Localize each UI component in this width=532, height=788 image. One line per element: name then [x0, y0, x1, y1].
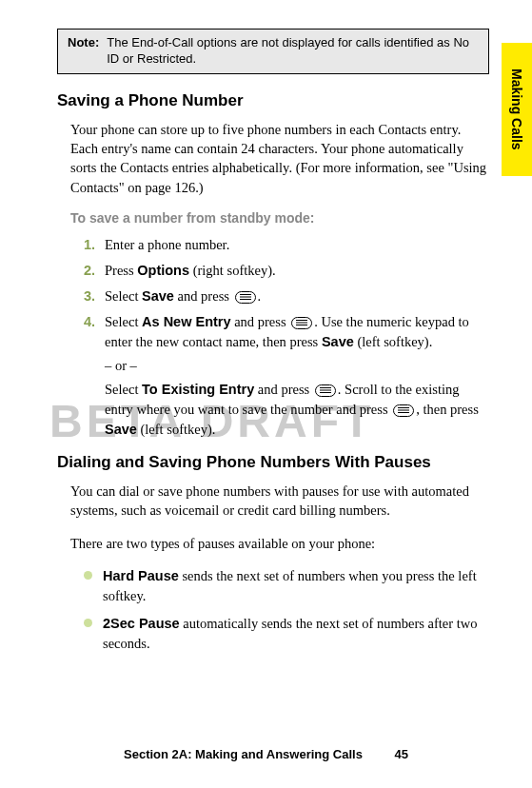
text: and press: [174, 288, 233, 304]
steps-list: Enter a phone number. Press Options (rig…: [84, 235, 489, 440]
menu-key-icon: [291, 317, 312, 329]
text: (left softkey).: [137, 422, 216, 437]
step-3: Select Save and press .: [84, 286, 489, 306]
text: Select: [105, 314, 142, 329]
text: (left softkey).: [354, 334, 433, 349]
list-item: Hard Pause sends the next set of numbers…: [84, 566, 489, 606]
subhead-save-standby: To save a number from standby mode:: [70, 210, 489, 226]
footer: Section 2A: Making and Answering Calls 4…: [0, 747, 532, 761]
text: Select: [105, 382, 142, 397]
text: , then press: [416, 402, 479, 417]
intro-saving: Your phone can store up to five phone nu…: [70, 120, 489, 197]
heading-saving-number: Saving a Phone Number: [57, 91, 489, 110]
side-tab: Making Calls: [502, 43, 532, 176]
list-item: 2Sec Pause automatically sends the next …: [84, 614, 489, 654]
text: Press: [105, 263, 137, 278]
note-text: The End-of-Call options are not displaye…: [107, 35, 479, 68]
heading-dialing-pauses: Dialing and Saving Phone Numbers With Pa…: [57, 453, 489, 472]
text: and press: [254, 382, 313, 397]
menu-key-icon: [235, 291, 256, 304]
as-new-entry-label: As New Entry: [142, 314, 230, 329]
step-2: Press Options (right softkey).: [84, 261, 489, 281]
menu-key-icon: [393, 404, 414, 417]
note-box: Note: The End-of-Call options are not di…: [57, 29, 489, 74]
page-number: 45: [395, 747, 408, 761]
footer-section: Section 2A: Making and Answering Calls: [124, 747, 363, 761]
menu-key-icon: [315, 384, 336, 397]
step-4: Select As New Entry and press . Use the …: [84, 312, 489, 440]
hard-pause-label: Hard Pause: [103, 568, 179, 583]
text: .: [258, 288, 262, 304]
step-1: Enter a phone number.: [84, 235, 489, 255]
pause-types-list: Hard Pause sends the next set of numbers…: [84, 566, 489, 654]
save-label: Save: [142, 288, 174, 304]
2sec-pause-label: 2Sec Pause: [103, 616, 180, 631]
save-label: Save: [322, 334, 354, 349]
intro-pauses: You can dial or save phone numbers with …: [70, 482, 489, 521]
text: Select: [105, 288, 142, 304]
pauses-lead: There are two types of pauses available …: [70, 534, 489, 553]
text: (right softkey).: [189, 263, 276, 278]
options-label: Options: [137, 263, 189, 278]
to-existing-entry-label: To Existing Entry: [142, 382, 254, 397]
text: and press: [231, 314, 290, 329]
or-separator: – or –: [105, 356, 489, 376]
save-label: Save: [105, 422, 137, 437]
note-label: Note:: [68, 35, 99, 68]
